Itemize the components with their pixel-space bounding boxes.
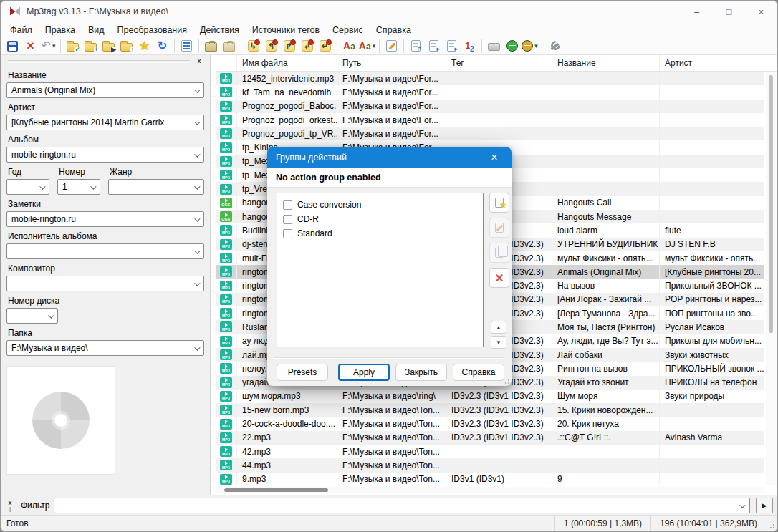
options-icon[interactable]: [545, 38, 563, 54]
actions-icon[interactable]: Aa▾: [358, 38, 376, 54]
table-row[interactable]: MP3Prognoz_pogodi_tp_VR...F:\Музыка и ви…: [216, 127, 764, 140]
menu-item-7[interactable]: Сервис: [326, 24, 370, 37]
dialog-resize-grip[interactable]: [504, 378, 509, 384]
discnumber-field[interactable]: [6, 308, 58, 324]
menu-item-5[interactable]: Действия: [193, 24, 246, 37]
maximize-button[interactable]: □: [713, 1, 745, 22]
track-field[interactable]: 1: [57, 179, 100, 195]
tag-panel-handle[interactable]: x: [6, 57, 204, 66]
table-row[interactable]: MP3Prognoz_pogodi_Baboc...F:\Музыка и ви…: [216, 100, 764, 113]
column-header-icon[interactable]: [216, 55, 237, 71]
close-button[interactable]: ×: [745, 1, 777, 22]
web-source-icon[interactable]: [503, 38, 521, 54]
filename-to-filename-icon[interactable]: ↱: [280, 38, 298, 54]
new-action-group-button[interactable]: ★: [489, 193, 509, 213]
dialog-title-bar[interactable]: Группы действий ×: [267, 147, 512, 168]
artist-field[interactable]: [Клубные рингтоны 2014] Martin Garrix: [6, 115, 204, 130]
table-row[interactable]: MP315-new born.mp3F:\Музыка и видео\Ton.…: [216, 403, 764, 417]
cd-drive-icon[interactable]: [485, 38, 503, 54]
action-group-item[interactable]: CD-R: [283, 212, 477, 226]
comment-field[interactable]: mobile-rington.ru: [6, 211, 204, 227]
year-field[interactable]: [6, 179, 49, 195]
save-config-icon[interactable]: [202, 38, 220, 54]
add-directory-icon[interactable]: +: [82, 38, 100, 54]
table-row[interactable]: MP3шум моря.mp3F:\Музыка и видео\ring\ID…: [216, 390, 764, 403]
dialog-close-button[interactable]: Закрыть: [395, 364, 447, 381]
web-sources-menu-icon[interactable]: ▾: [521, 38, 539, 54]
change-directory-icon[interactable]: ✓: [64, 38, 82, 54]
menu-item-6[interactable]: Источники тегов: [246, 24, 326, 37]
vertical-scrollbar[interactable]: [766, 72, 776, 485]
action-group-item[interactable]: Standard: [283, 226, 477, 241]
filter-close-icon[interactable]: x||: [5, 500, 15, 511]
table-row[interactable]: MP342.mp3F:\Музыка и видео\Ton...: [216, 445, 764, 458]
favorites-icon[interactable]: ★: [135, 38, 153, 54]
minimize-button[interactable]: –: [681, 1, 713, 22]
delete-action-group-button[interactable]: ×: [489, 268, 509, 288]
refresh-icon[interactable]: ↻: [153, 38, 171, 54]
remove-tag-icon[interactable]: ×: [21, 38, 39, 54]
copy-action-group-button[interactable]: [489, 243, 509, 263]
play-directory-icon[interactable]: ▶: [100, 38, 117, 54]
composer-field[interactable]: [6, 276, 204, 291]
export-icon[interactable]: ↱: [407, 38, 425, 54]
table-row[interactable]: MP320-cock-a-doodle-doo....F:\Музыка и в…: [216, 417, 764, 430]
tag-panel-icon[interactable]: [178, 38, 196, 54]
action-group-list[interactable]: Case conversionCD-RStandard: [277, 193, 484, 347]
undo-icon[interactable]: ↶▾: [39, 38, 57, 54]
table-row[interactable]: MP3kf_Tam_na_nevedomih_...F:\Музыка и ви…: [216, 85, 764, 99]
menu-item-1[interactable]: Файл: [4, 24, 39, 37]
title-cell: [552, 182, 660, 195]
autonumbering-icon[interactable]: 12: [461, 38, 479, 54]
filter-input[interactable]: [54, 498, 750, 513]
checkbox[interactable]: [283, 200, 292, 210]
menu-item-8[interactable]: Справка: [370, 24, 418, 37]
move-up-button[interactable]: ▲: [491, 321, 506, 334]
help-button[interactable]: Справка: [453, 364, 504, 381]
apply-button[interactable]: Apply: [338, 364, 390, 381]
title-field[interactable]: Animals (Original Mix): [6, 82, 204, 98]
vertical-scrollbar-thumb[interactable]: [769, 75, 773, 333]
action-group-item[interactable]: Case conversion: [283, 198, 477, 212]
move-down-button[interactable]: ▼: [491, 336, 506, 349]
tag-to-filename-icon[interactable]: ↳: [244, 38, 262, 54]
filter-apply-button[interactable]: ▶: [756, 498, 773, 513]
albumartist-field[interactable]: [6, 243, 204, 259]
table-row[interactable]: MP3Prognoz_pogodi_orkest...F:\Музыка и в…: [216, 113, 764, 127]
menu-item-2[interactable]: Правка: [39, 24, 82, 37]
table-row[interactable]: MP39.mp3F:\Музыка и видео\Ton...ID3v1 (I…: [216, 473, 764, 485]
column-header-1[interactable]: Имя файла: [237, 55, 337, 71]
filename-to-tag-icon[interactable]: ↰: [262, 38, 280, 54]
horizontal-scrollbar-thumb[interactable]: [224, 488, 328, 492]
tag-panel-close-icon[interactable]: x: [194, 57, 204, 65]
playlist-all-icon[interactable]: ▸: [443, 38, 461, 54]
album-art-box[interactable]: [6, 366, 115, 475]
horizontal-scrollbar[interactable]: [216, 487, 764, 493]
genre-field[interactable]: [108, 179, 204, 195]
playlist-icon[interactable]: ▸: [425, 38, 443, 54]
directory-field[interactable]: F:\Музыка и видео\: [6, 340, 204, 356]
menu-item-4[interactable]: Преобразования: [111, 24, 193, 37]
tag-to-tag-icon[interactable]: ↵: [316, 38, 334, 54]
window-resize-grip[interactable]: [766, 516, 777, 531]
presets-button[interactable]: Presets: [277, 364, 328, 381]
menu-item-3[interactable]: Вид: [82, 24, 111, 37]
column-header-5[interactable]: Артист: [660, 55, 777, 71]
column-header-4[interactable]: Название: [552, 55, 660, 71]
checkbox[interactable]: [283, 229, 292, 238]
dialog-close-icon[interactable]: ×: [486, 151, 503, 164]
edit-action-group-button[interactable]: [489, 218, 509, 238]
column-header-2[interactable]: Путь: [337, 55, 446, 71]
case-conversion-icon[interactable]: Aa: [340, 38, 358, 54]
album-field[interactable]: mobile-rington.ru: [6, 147, 204, 163]
checkbox[interactable]: [283, 215, 292, 224]
table-row[interactable]: MP344.mp3F:\Музыка и видео\Ton...: [216, 458, 764, 472]
column-header-3[interactable]: Тег: [446, 55, 552, 71]
load-config-icon[interactable]: [220, 38, 238, 54]
textfile-to-tag-icon[interactable]: ↲: [298, 38, 316, 54]
save-tag-icon[interactable]: [4, 38, 21, 54]
parent-directory-icon[interactable]: ↑: [117, 38, 135, 54]
table-row[interactable]: MP322.mp3F:\Музыка и видео\Ton...ID3v2.3…: [216, 431, 764, 445]
edit-tag-icon[interactable]: [383, 38, 400, 54]
table-row[interactable]: MP312452_intervidenie.mp3F:\Музыка и вид…: [216, 72, 764, 85]
